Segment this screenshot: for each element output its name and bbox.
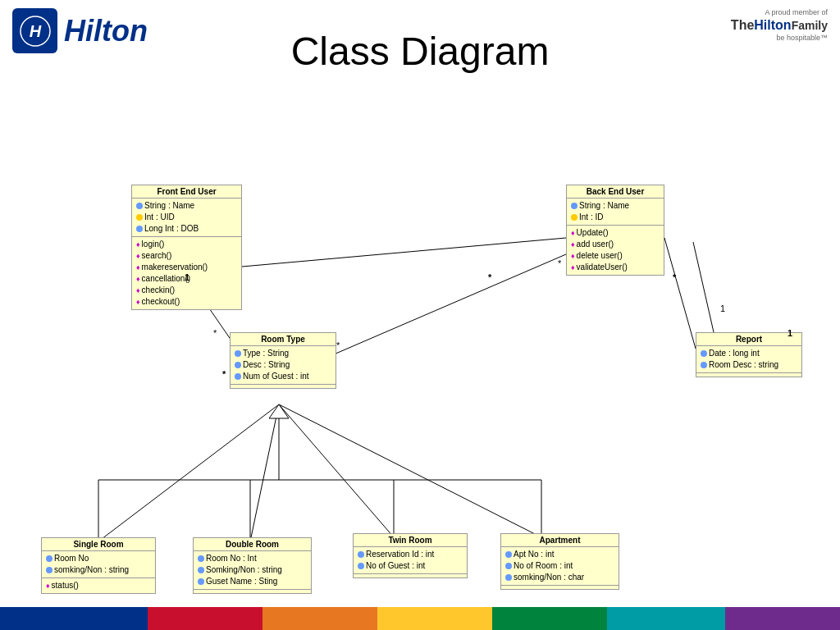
twin-room-box: Twin Room Reservation Id : int No of Gue…: [353, 533, 468, 578]
room-type-attributes: Type : String Desc : String Num of Guest…: [231, 346, 336, 385]
footer-teal: [607, 607, 725, 630]
footer-green: [492, 607, 607, 630]
twin-room-methods: [354, 574, 467, 578]
label-star-middle: *: [488, 272, 491, 282]
svg-line-8: [693, 242, 714, 332]
room-type-box: Room Type Type : String Desc : String Nu…: [230, 332, 336, 389]
front-end-user-box: Front End User String : Name Int : UID L…: [131, 185, 242, 310]
apartment-box: Apartment Apt No : int No of Room : int …: [500, 533, 619, 590]
room-type-title: Room Type: [231, 333, 336, 346]
front-end-user-attributes: String : Name Int : UID Long Int : DOB: [132, 199, 241, 237]
family-tagline: A proud member of: [731, 8, 828, 16]
twin-room-attributes: Reservation Id : int No of Guest : int: [354, 547, 467, 574]
single-room-box: Single Room Room No somking/Non : string…: [41, 537, 156, 594]
svg-line-22: [664, 238, 696, 349]
svg-text:H: H: [29, 22, 41, 40]
label-one: 1: [185, 272, 189, 282]
svg-line-13: [279, 404, 541, 537]
footer-bar: [0, 607, 840, 630]
footer-red: [148, 607, 262, 630]
hilton-badge-icon: H: [12, 8, 57, 53]
footer-blue: [0, 607, 148, 630]
single-room-title: Single Room: [42, 538, 155, 551]
svg-line-12: [279, 404, 394, 537]
double-room-methods: [194, 590, 311, 593]
svg-line-21: [242, 238, 566, 267]
apartment-attributes: Apt No : int No of Room : int somking/No…: [501, 547, 619, 586]
double-room-title: Double Room: [194, 538, 311, 551]
svg-text:*: *: [336, 340, 340, 350]
svg-line-11: [250, 404, 279, 541]
hilton-name: Hilton: [64, 14, 148, 48]
front-end-user-title: Front End User: [132, 185, 241, 199]
footer-yellow: [377, 607, 492, 630]
family-brand: TheHiltonFamily: [731, 16, 828, 34]
svg-text:*: *: [558, 258, 562, 268]
back-end-user-box: Back End User String : Name Int : ID ♦Up…: [566, 185, 664, 276]
twin-room-title: Twin Room: [354, 534, 467, 547]
report-methods: [696, 373, 801, 377]
family-sub: be hospitable™: [731, 34, 828, 42]
single-room-methods: ♦status(): [42, 578, 155, 593]
double-room-attributes: Room No : Int Somking/Non : string Guset…: [194, 551, 311, 590]
label-star-roomtype: *: [222, 369, 226, 379]
hilton-family-logo: A proud member of TheHiltonFamily be hos…: [731, 8, 828, 42]
svg-marker-14: [269, 404, 289, 418]
back-end-user-methods: ♦Update() ♦add user() ♦delete user() ♦va…: [567, 226, 664, 275]
back-end-user-attributes: String : Name Int : ID: [567, 199, 664, 226]
report-title: Report: [696, 333, 801, 346]
report-box: Report Date : long int Room Desc : strin…: [696, 332, 802, 377]
svg-line-5: [328, 254, 566, 357]
report-attributes: Date : long int Room Desc : string: [696, 346, 801, 373]
footer-purple: [725, 607, 840, 630]
label-one-report: 1: [788, 328, 792, 338]
back-end-user-title: Back End User: [567, 185, 664, 199]
diagram-area: 1 * * * 1 Front End User String : Name I…: [0, 78, 840, 603]
svg-line-10: [98, 404, 279, 541]
apartment-title: Apartment: [501, 534, 619, 547]
hilton-logo: H Hilton: [12, 8, 148, 53]
apartment-methods: [501, 586, 619, 589]
single-room-attributes: Room No somking/Non : string: [42, 551, 155, 578]
footer-orange: [262, 607, 377, 630]
svg-text:*: *: [213, 328, 217, 338]
room-type-methods: [231, 385, 336, 388]
svg-text:1: 1: [720, 304, 725, 313]
label-star-backend: *: [673, 272, 676, 282]
double-room-box: Double Room Room No : Int Somking/Non : …: [193, 537, 312, 594]
